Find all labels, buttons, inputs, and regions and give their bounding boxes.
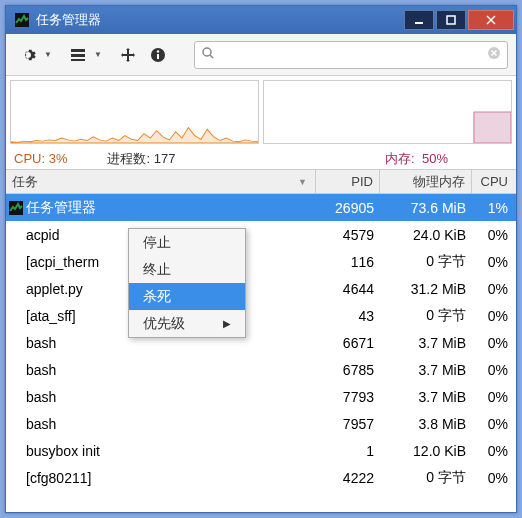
cell-pid: 7793 bbox=[316, 389, 380, 405]
cell-pid: 116 bbox=[316, 254, 380, 270]
cell-cpu: 0% bbox=[472, 254, 516, 270]
cell-cpu: 0% bbox=[472, 362, 516, 378]
process-name: bash bbox=[26, 335, 56, 351]
process-name: [acpi_therm bbox=[26, 254, 99, 270]
svg-rect-5 bbox=[71, 49, 85, 52]
cell-pid: 4579 bbox=[316, 227, 380, 243]
table-row[interactable]: acpid457924.0 KiB0% bbox=[6, 221, 516, 248]
toolbar: ▼ ▼ bbox=[6, 34, 516, 76]
cell-cpu: 0% bbox=[472, 227, 516, 243]
cell-mem: 12.0 KiB bbox=[380, 443, 472, 459]
task-manager-window: 任务管理器 ▼ ▼ CPU: 3% 进程数: 177 内存: 50% bbox=[5, 5, 517, 513]
svg-rect-16 bbox=[474, 112, 511, 143]
window-title: 任务管理器 bbox=[36, 11, 404, 29]
header-memory[interactable]: 物理内存 bbox=[380, 170, 472, 193]
move-button[interactable] bbox=[114, 41, 142, 69]
cell-mem: 0 字节 bbox=[380, 307, 472, 325]
cpu-graph bbox=[10, 80, 259, 144]
search-box[interactable] bbox=[194, 41, 508, 69]
process-name: bash bbox=[26, 389, 56, 405]
table-row[interactable]: [cfg80211]42220 字节0% bbox=[6, 464, 516, 491]
table-row[interactable]: bash77933.7 MiB0% bbox=[6, 383, 516, 410]
table-row[interactable]: 任务管理器2690573.6 MiB1% bbox=[6, 194, 516, 221]
memory-label: 内存: bbox=[385, 151, 415, 166]
process-name: busybox init bbox=[26, 443, 100, 459]
cell-mem: 3.7 MiB bbox=[380, 362, 472, 378]
process-count-value: 177 bbox=[154, 151, 176, 166]
close-button[interactable] bbox=[468, 10, 514, 30]
cell-pid: 26905 bbox=[316, 200, 380, 216]
cell-mem: 0 字节 bbox=[380, 253, 472, 271]
table-row[interactable]: applet.py464431.2 MiB0% bbox=[6, 275, 516, 302]
svg-rect-2 bbox=[447, 16, 455, 24]
header-task[interactable]: 任务▼ bbox=[6, 170, 316, 193]
cell-cpu: 0% bbox=[472, 470, 516, 486]
cell-mem: 3.7 MiB bbox=[380, 335, 472, 351]
cell-mem: 3.7 MiB bbox=[380, 389, 472, 405]
process-name: 任务管理器 bbox=[26, 199, 96, 217]
sort-indicator-icon: ▼ bbox=[298, 177, 307, 187]
table-row[interactable]: busybox init112.0 KiB0% bbox=[6, 437, 516, 464]
svg-point-11 bbox=[203, 48, 211, 56]
process-name: [ata_sff] bbox=[26, 308, 76, 324]
cell-pid: 6671 bbox=[316, 335, 380, 351]
info-button[interactable] bbox=[144, 41, 172, 69]
table-row[interactable]: [ata_sff]430 字节0% bbox=[6, 302, 516, 329]
cell-mem: 3.8 MiB bbox=[380, 416, 472, 432]
table-row[interactable]: bash67853.7 MiB0% bbox=[6, 356, 516, 383]
svg-line-12 bbox=[210, 55, 213, 58]
cell-cpu: 0% bbox=[472, 335, 516, 351]
cell-cpu: 0% bbox=[472, 443, 516, 459]
view-dropdown-icon[interactable]: ▼ bbox=[94, 50, 104, 59]
menu-item[interactable]: 优先级▶ bbox=[129, 310, 245, 337]
cell-mem: 31.2 MiB bbox=[380, 281, 472, 297]
header-pid[interactable]: PID bbox=[316, 170, 380, 193]
process-name: [cfg80211] bbox=[26, 470, 91, 486]
memory-graph bbox=[263, 80, 512, 144]
settings-dropdown-icon[interactable]: ▼ bbox=[44, 50, 54, 59]
cell-cpu: 0% bbox=[472, 416, 516, 432]
cell-pid: 6785 bbox=[316, 362, 380, 378]
stats-bar: CPU: 3% 进程数: 177 内存: 50% bbox=[6, 148, 516, 170]
view-button[interactable] bbox=[64, 41, 92, 69]
titlebar[interactable]: 任务管理器 bbox=[6, 6, 516, 34]
cell-mem: 24.0 KiB bbox=[380, 227, 472, 243]
cell-pid: 1 bbox=[316, 443, 380, 459]
cell-mem: 0 字节 bbox=[380, 469, 472, 487]
submenu-arrow-icon: ▶ bbox=[223, 318, 231, 329]
menu-item[interactable]: 终止 bbox=[129, 256, 245, 283]
minimize-button[interactable] bbox=[404, 10, 434, 30]
svg-rect-7 bbox=[71, 59, 85, 61]
clear-search-icon[interactable] bbox=[487, 46, 501, 63]
table-row[interactable]: bash79573.8 MiB0% bbox=[6, 410, 516, 437]
menu-item[interactable]: 杀死 bbox=[129, 283, 245, 310]
column-headers: 任务▼ PID 物理内存 CPU bbox=[6, 170, 516, 194]
process-name: bash bbox=[26, 416, 56, 432]
process-name: bash bbox=[26, 362, 56, 378]
process-count-label: 进程数: bbox=[107, 150, 150, 168]
maximize-button[interactable] bbox=[436, 10, 466, 30]
context-menu: 停止终止杀死优先级▶ bbox=[128, 228, 246, 338]
table-row[interactable]: [acpi_therm1160 字节0% bbox=[6, 248, 516, 275]
table-row[interactable]: bash66713.7 MiB0% bbox=[6, 329, 516, 356]
settings-button[interactable] bbox=[14, 41, 42, 69]
cell-pid: 43 bbox=[316, 308, 380, 324]
process-list[interactable]: 任务管理器2690573.6 MiB1%acpid457924.0 KiB0%[… bbox=[6, 194, 516, 512]
cell-mem: 73.6 MiB bbox=[380, 200, 472, 216]
search-input[interactable] bbox=[219, 47, 487, 62]
header-cpu[interactable]: CPU bbox=[472, 170, 516, 193]
cell-cpu: 0% bbox=[472, 281, 516, 297]
search-icon bbox=[201, 46, 215, 63]
memory-value: 50% bbox=[422, 151, 448, 166]
app-icon bbox=[14, 12, 30, 28]
cell-cpu: 1% bbox=[472, 200, 516, 216]
cell-cpu: 0% bbox=[472, 308, 516, 324]
cell-pid: 7957 bbox=[316, 416, 380, 432]
process-name: applet.py bbox=[26, 281, 83, 297]
cell-pid: 4644 bbox=[316, 281, 380, 297]
process-icon bbox=[8, 200, 24, 216]
svg-rect-6 bbox=[71, 54, 85, 57]
svg-point-9 bbox=[157, 50, 159, 52]
cpu-value: 3% bbox=[49, 151, 68, 166]
menu-item[interactable]: 停止 bbox=[129, 229, 245, 256]
